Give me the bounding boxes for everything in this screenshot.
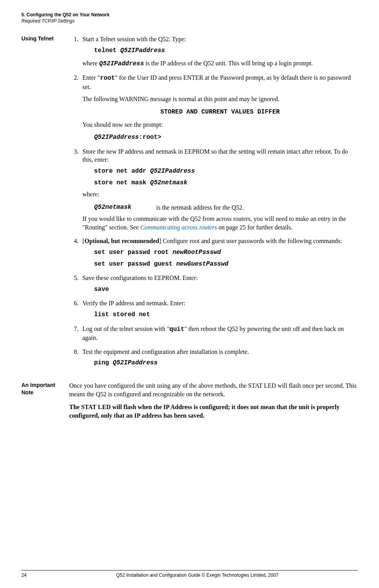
t: :root> bbox=[139, 134, 161, 141]
step1-intro: Start a Telnet session with the Q52. Typ… bbox=[82, 36, 186, 42]
step3-cmd1: store net addr Q52IPaddress bbox=[94, 167, 358, 176]
step6-cmd: list stored net bbox=[94, 311, 358, 319]
t: Optional, but recommended bbox=[84, 238, 159, 244]
step3-intro: Store the new IP address and netmask in … bbox=[82, 148, 348, 163]
t: set user passwd guest bbox=[94, 261, 176, 268]
t: store net mask bbox=[94, 179, 150, 186]
body-important-note: Once you have configured the unit using … bbox=[69, 382, 358, 424]
step-7: Log out of the telnet session with "quit… bbox=[80, 325, 358, 342]
t: Enter " bbox=[82, 74, 100, 81]
t: where bbox=[82, 60, 99, 66]
step1-where: where Q52IPaddress is the IP address of … bbox=[82, 59, 358, 68]
t: ping bbox=[94, 359, 113, 366]
t: on page 25 for further details. bbox=[217, 224, 292, 231]
t: Q52IPaddress bbox=[94, 134, 139, 141]
note-p2: The STAT LED will flash when the IP Addr… bbox=[69, 403, 358, 420]
steps-list: Start a Telnet session with the Q52. Typ… bbox=[69, 35, 358, 368]
step-4: [Optional, but recommended] Configure ro… bbox=[80, 237, 358, 268]
running-header: 5. Configuring the Q52 on Your Network R… bbox=[21, 12, 358, 24]
cmd-text: telnet bbox=[94, 47, 120, 54]
page-footer: 24 Q52 Installation and Configuration Gu… bbox=[21, 570, 358, 578]
cmd-arg: Q52IPaddress bbox=[120, 47, 165, 54]
body-using-telnet: Start a Telnet session with the Q52. Typ… bbox=[69, 35, 358, 373]
step4-cmd2: set user passwd guest newGuestPasswd bbox=[94, 260, 358, 269]
margin-label-important-note: An Important Note bbox=[21, 382, 69, 424]
step5-intro: Save these configurations to EEPROM. Ent… bbox=[82, 275, 198, 281]
t: store net addr bbox=[94, 168, 150, 175]
t: Q52IPaddress bbox=[150, 168, 195, 175]
step4-cmd1: set user passwd root newRootPssswd bbox=[94, 248, 358, 257]
step6-intro: Verify the IP address and netmask. Enter… bbox=[82, 300, 185, 306]
step2-warning-msg: STORED AND CURRENT VALUES DIFFER bbox=[82, 108, 358, 117]
t: newGuestPasswd bbox=[176, 261, 228, 268]
t: Q52IPaddress bbox=[99, 60, 144, 67]
step5-cmd: save bbox=[94, 285, 358, 294]
t: Q52IPaddress bbox=[113, 359, 157, 366]
t: Q52netmask bbox=[150, 179, 187, 186]
t: " for the User ID and press ENTER at the… bbox=[82, 74, 351, 90]
margin-label-using-telnet: Using Telnet bbox=[21, 35, 69, 373]
t: ] Configure root and guest user password… bbox=[159, 238, 342, 244]
header-subtitle: Required TCP/IP Settings bbox=[21, 18, 358, 24]
footer-text: Q52 Installation and Configuration Guide… bbox=[37, 572, 358, 578]
t: newRootPssswd bbox=[173, 249, 221, 256]
step3-routing: If you would like to communicate with th… bbox=[82, 215, 358, 231]
step-2: Enter "root" for the User ID and press E… bbox=[80, 74, 358, 142]
step3-where: where: bbox=[82, 190, 358, 199]
section-important-note: An Important Note Once you have configur… bbox=[21, 382, 358, 424]
step2-prompt: Q52IPaddress:root> bbox=[94, 133, 358, 142]
step1-command: telnet Q52IPaddress bbox=[94, 47, 358, 55]
step-1: Start a Telnet session with the Q52. Typ… bbox=[80, 35, 358, 68]
step-6: Verify the IP address and netmask. Enter… bbox=[80, 299, 358, 319]
step-8: Test the equipment and configuration aft… bbox=[80, 348, 358, 368]
section-using-telnet: Using Telnet Start a Telnet session with… bbox=[21, 35, 358, 373]
step2-prompt-intro: You should now see the prompt: bbox=[82, 121, 358, 129]
header-title: 5. Configuring the Q52 on Your Network bbox=[21, 12, 358, 18]
note-p1: Once you have configured the unit using … bbox=[69, 382, 358, 398]
t: Log out of the telnet session with " bbox=[82, 326, 169, 332]
page-number: 24 bbox=[21, 572, 37, 578]
def-term: Q52netmask bbox=[94, 203, 156, 212]
step8-cmd: ping Q52IPaddress bbox=[94, 359, 358, 368]
step2-warning-intro: The following WARNING message is normal … bbox=[82, 95, 358, 103]
step8-intro: Test the equipment and configuration aft… bbox=[82, 348, 249, 355]
step3-cmd2: store net mask Q52netmask bbox=[94, 179, 358, 187]
t: root bbox=[100, 75, 115, 82]
t: set user passwd root bbox=[94, 249, 173, 256]
step3-def: Q52netmask is the netmask address for th… bbox=[94, 203, 358, 212]
cross-reference-link[interactable]: Communicating across routers bbox=[140, 224, 217, 231]
step-3: Store the new IP address and netmask in … bbox=[80, 147, 358, 232]
t: is the IP address of the Q52 unit. This … bbox=[144, 60, 313, 66]
def-desc: is the netmask address for the Q52. bbox=[156, 203, 358, 212]
step-5: Save these configurations to EEPROM. Ent… bbox=[80, 274, 358, 294]
t: quit bbox=[169, 326, 184, 333]
